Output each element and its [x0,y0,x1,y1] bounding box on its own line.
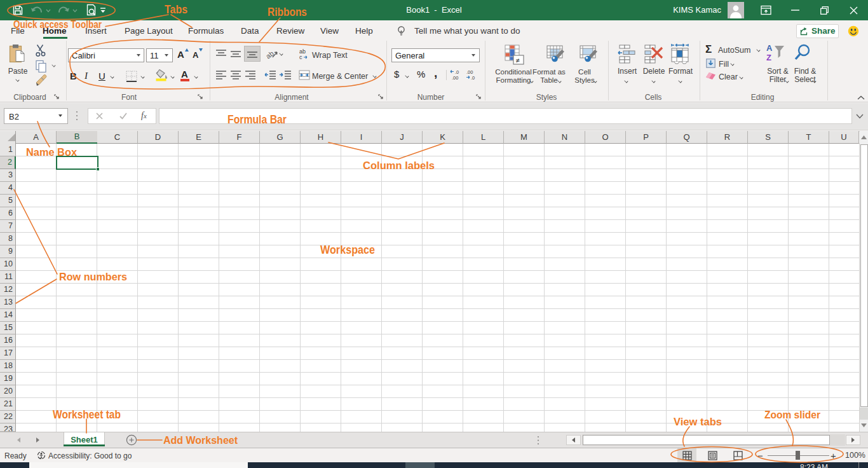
svg-text:Quick access Toolbar: Quick access Toolbar [13,19,102,30]
svg-text:Row numbers: Row numbers [59,271,127,283]
svg-text:Workspace: Workspace [320,244,375,256]
svg-text:Worksheet tab: Worksheet tab [53,408,121,421]
svg-text:Zoom slider: Zoom slider [764,410,820,420]
svg-text:Column labels: Column labels [363,160,435,172]
svg-text:Formula Bar: Formula Bar [227,113,287,126]
svg-text:Name Box: Name Box [26,146,78,158]
svg-text:Add Worksheet: Add Worksheet [163,434,238,446]
svg-text:Ribbons: Ribbons [268,5,307,18]
svg-text:Tabs: Tabs [165,3,187,16]
svg-text:View tabs: View tabs [674,416,722,428]
